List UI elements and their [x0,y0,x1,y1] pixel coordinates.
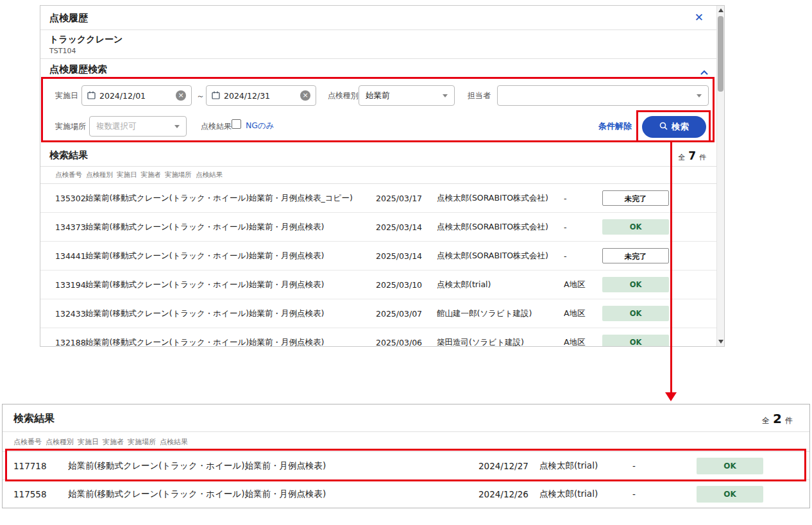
result-badge: 未完了 [602,248,669,263]
scrollbar-thumb[interactable] [718,16,723,92]
cell-result: 未完了 [602,190,711,206]
scrollbar[interactable] [716,6,724,346]
result-table-header: 点検番号 点検種別 実施日 実施者 実施場所 点検結果 [3,431,809,452]
cell-person: 点検太郎(SORABITO株式会社) [437,251,564,262]
table-row[interactable]: 135302 始業前(移動式クレーン(トラック・ホイール)始業前・月例点検表_コ… [40,184,718,213]
date-range-separator: ～ [196,90,205,102]
column-header: 実施日 [117,171,141,179]
column-header: 実施者 [103,437,128,447]
calendar-icon [87,90,96,102]
result-badge: OK [602,277,669,292]
collapse-chevron-icon[interactable] [700,66,709,78]
clear-date-to-icon[interactable]: × [300,90,310,101]
inspection-type-select[interactable]: 始業前 [359,85,455,106]
cell-inspection-number: 132188 [55,338,85,347]
column-header: 実施場所 [165,171,196,179]
dropdown-arrow-icon [697,94,702,97]
machine-code: TST104 [49,47,123,55]
cell-inspection-type: 始業前(移動式クレーン(トラック・ホイール)始業前・月例点検表) [68,460,478,472]
search-button[interactable]: 検索 [642,116,706,138]
results-title: 検索結果 [49,149,88,162]
search-button-label: 検索 [672,121,689,133]
cell-inspection-number: 117718 [13,461,68,471]
column-header: 実施者 [141,171,165,179]
result-badge: OK [602,306,669,321]
results-count: 全 7 件 [678,149,706,162]
cell-inspection-number: 133194 [55,280,85,290]
cell-location: A地区 [564,279,602,290]
type-label: 点検種別 [328,90,359,101]
person-select[interactable] [497,85,709,106]
cell-person: 点検太郎(trial) [539,488,632,500]
result-panel-count: 全 2 件 [762,411,793,426]
machine-info: トラッククレーン TST104 [49,34,123,55]
ng-only-checkbox[interactable] [232,119,241,129]
cell-inspection-type: 始業前(移動式クレーン(トラック・ホイール)始業前・月例点検表) [85,251,376,262]
cell-person: 点検太郎(trial) [539,460,632,472]
table-row[interactable]: 117718 始業前(移動式クレーン(トラック・ホイール)始業前・月例点検表) … [3,452,809,480]
location-placeholder: 複数選択可 [96,121,174,132]
cell-inspection-number: 117558 [13,489,68,499]
count-number: 7 [688,149,696,162]
modal-header: 点検履歴 ✕ [40,6,718,30]
table-row[interactable]: 132433 始業前(移動式クレーン(トラック・ホイール)始業前・月例点検表) … [40,299,718,328]
table-row[interactable]: 134373 始業前(移動式クレーン(トラック・ホイール)始業前・月例点検表) … [40,213,718,242]
date-from-field[interactable]: 2024/12/01 × [81,85,192,106]
result-badge: OK [697,486,763,503]
location-label: 実施場所 [55,121,86,132]
results-table-body: 135302 始業前(移動式クレーン(トラック・ホイール)始業前・月例点検表_コ… [40,184,718,347]
cell-date: 2025/03/06 [376,338,437,347]
close-icon[interactable]: ✕ [695,11,704,24]
date-to-field[interactable]: 2024/12/31 × [206,85,316,106]
cell-inspection-type: 始業前(移動式クレーン(トラック・ホイール)始業前・月例点検表_コピー) [85,193,376,204]
column-header: 実施場所 [128,437,160,447]
cell-location: - [564,194,602,203]
cell-inspection-type: 始業前(移動式クレーン(トラック・ホイール)始業前・月例点検表) [85,337,376,347]
count-suffix: 件 [699,153,706,162]
table-row[interactable]: 117558 始業前(移動式クレーン(トラック・ホイール)始業前・月例点検表) … [3,480,809,508]
search-icon [659,122,668,132]
cell-inspection-number: 134441 [55,251,85,261]
clear-date-from-icon[interactable]: × [176,90,186,101]
inspection-history-modal: 点検履歴 ✕ トラッククレーン TST104 点検履歴検索 実施日 2024/1… [40,5,725,347]
result-filter-label: 点検結果 [201,121,232,132]
cell-location: A地区 [564,308,602,319]
result-badge: OK [697,458,763,474]
location-select[interactable]: 複数選択可 [89,116,187,137]
count-prefix: 全 [678,153,685,162]
machine-name: トラッククレーン [49,34,123,46]
cell-location: - [564,222,602,232]
scrollbar-up-icon[interactable] [718,8,723,12]
cell-person: 築田造司(ソラビト建設) [437,337,564,347]
cell-person: 点検太郎(SORABITO株式会社) [437,193,564,204]
cell-date: 2024/12/26 [478,489,539,499]
cell-location: - [632,461,681,471]
column-header: 点検種別 [86,171,117,179]
table-row[interactable]: 133194 始業前(移動式クレーン(トラック・ホイール)始業前・月例点検表) … [40,271,718,299]
cell-location: - [564,251,602,261]
cell-result: OK [681,486,796,503]
date-from-value: 2024/12/01 [99,91,176,101]
cell-date: 2025/03/17 [376,194,437,203]
cell-inspection-number: 135302 [55,194,85,203]
cell-date: 2025/03/14 [376,222,437,232]
cell-result: OK [602,335,711,347]
table-row[interactable]: 134441 始業前(移動式クレーン(トラック・ホイール)始業前・月例点検表) … [40,242,718,271]
annotation-arrow-line [670,142,672,394]
date-label: 実施日 [55,90,78,101]
cell-inspection-type: 始業前(移動式クレーン(トラック・ホイール)始業前・月例点検表) [85,222,376,233]
cell-result: OK [602,219,711,235]
modal-title: 点検履歴 [49,12,88,24]
person-label: 担当者 [468,90,491,101]
clear-conditions-link[interactable]: 条件解除 [598,121,632,132]
cell-result: OK [602,306,711,321]
result-badge: 未完了 [602,190,669,206]
table-row[interactable]: 132188 始業前(移動式クレーン(トラック・ホイール)始業前・月例点検表) … [40,328,718,347]
scrollbar-down-icon[interactable] [718,340,723,344]
count-number: 2 [773,411,782,426]
column-header: 実施日 [78,437,103,447]
result-badge: OK [602,219,669,235]
cell-inspection-type: 始業前(移動式クレーン(トラック・ホイール)始業前・月例点検表) [68,488,478,500]
search-result-panel: 検索結果 全 2 件 点検番号 点検種別 実施日 実施者 実施場所 点検結果 1… [2,404,810,508]
column-header: 点検種別 [46,437,78,447]
